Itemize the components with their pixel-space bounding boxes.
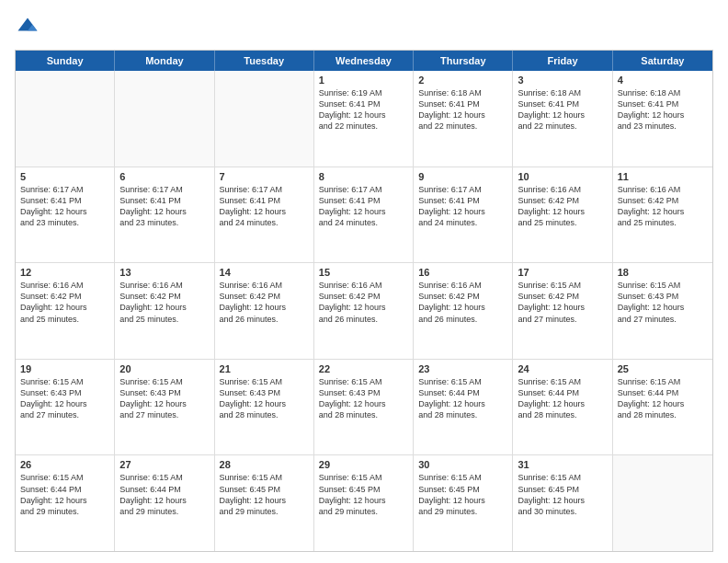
cell-line-19-3: and 27 minutes. [20,409,109,420]
cell-line-27-2: Daylight: 12 hours [119,495,209,506]
cell-line-12-0: Sunrise: 6:16 AM [20,280,109,291]
day-number-5: 5 [20,171,109,182]
calendar: SundayMondayTuesdayWednesdayThursdayFrid… [15,50,713,552]
calendar-body: 1Sunrise: 6:19 AMSunset: 6:41 PMDaylight… [16,71,712,551]
cell-line-7-1: Sunset: 6:41 PM [220,195,309,206]
cell-line-31-1: Sunset: 6:45 PM [518,484,607,495]
day-number-24: 24 [518,363,607,374]
calendar-cell-14: 14Sunrise: 6:16 AMSunset: 6:42 PMDayligh… [215,263,314,359]
calendar-cell-26: 26Sunrise: 6:15 AMSunset: 6:44 PMDayligh… [16,455,115,551]
weekday-header-thursday: Thursday [414,51,513,71]
calendar-cell-13: 13Sunrise: 6:16 AMSunset: 6:42 PMDayligh… [115,263,214,359]
cell-line-19-2: Daylight: 12 hours [20,398,109,409]
cell-line-10-0: Sunrise: 6:16 AM [518,184,607,195]
cell-line-8-2: Daylight: 12 hours [319,206,408,217]
calendar-cell-5: 5Sunrise: 6:17 AMSunset: 6:41 PMDaylight… [16,167,115,263]
cell-line-14-2: Daylight: 12 hours [220,302,309,313]
calendar-cell-19: 19Sunrise: 6:15 AMSunset: 6:43 PMDayligh… [16,360,115,455]
cell-line-2-1: Sunset: 6:41 PM [418,98,507,109]
cell-line-1-2: Daylight: 12 hours [319,109,408,121]
day-number-18: 18 [618,267,708,278]
calendar-row-3: 19Sunrise: 6:15 AMSunset: 6:43 PMDayligh… [16,360,712,456]
calendar-cell-7: 7Sunrise: 6:17 AMSunset: 6:41 PMDaylight… [215,167,314,263]
cell-line-3-3: and 22 minutes. [518,121,607,132]
cell-line-20-0: Sunrise: 6:15 AM [119,376,209,387]
day-number-12: 12 [20,267,109,278]
calendar-row-2: 12Sunrise: 6:16 AMSunset: 6:42 PMDayligh… [16,263,712,360]
cell-line-23-0: Sunrise: 6:15 AM [418,376,507,387]
cell-line-20-2: Daylight: 12 hours [119,398,209,409]
calendar-cell-24: 24Sunrise: 6:15 AMSunset: 6:44 PMDayligh… [513,360,612,455]
cell-line-5-3: and 23 minutes. [20,217,109,228]
calendar-cell-11: 11Sunrise: 6:16 AMSunset: 6:42 PMDayligh… [613,167,712,263]
cell-line-21-0: Sunrise: 6:15 AM [220,376,309,387]
cell-line-22-3: and 28 minutes. [319,409,408,420]
cell-line-26-0: Sunrise: 6:15 AM [20,472,109,483]
cell-line-5-0: Sunrise: 6:17 AM [20,184,109,195]
cell-line-27-1: Sunset: 6:44 PM [119,484,209,495]
calendar-cell-6: 6Sunrise: 6:17 AMSunset: 6:41 PMDaylight… [115,167,214,263]
header [15,15,713,40]
page: SundayMondayTuesdayWednesdayThursdayFrid… [0,0,728,563]
calendar-cell-empty-4-6 [613,455,712,551]
cell-line-12-1: Sunset: 6:42 PM [20,291,109,302]
cell-line-14-3: and 26 minutes. [220,314,309,325]
cell-line-17-1: Sunset: 6:42 PM [518,291,607,302]
calendar-cell-27: 27Sunrise: 6:15 AMSunset: 6:44 PMDayligh… [115,455,214,551]
weekday-header-monday: Monday [115,51,214,71]
cell-line-22-1: Sunset: 6:43 PM [319,387,408,398]
cell-line-3-1: Sunset: 6:41 PM [518,98,607,109]
cell-line-10-2: Daylight: 12 hours [518,206,607,217]
calendar-cell-22: 22Sunrise: 6:15 AMSunset: 6:43 PMDayligh… [314,360,414,455]
day-number-19: 19 [20,363,109,374]
calendar-cell-15: 15Sunrise: 6:16 AMSunset: 6:42 PMDayligh… [314,263,414,359]
day-number-13: 13 [119,267,209,278]
cell-line-11-3: and 25 minutes. [618,217,708,228]
calendar-cell-23: 23Sunrise: 6:15 AMSunset: 6:44 PMDayligh… [414,360,513,455]
cell-line-8-3: and 24 minutes. [319,217,408,228]
cell-line-8-0: Sunrise: 6:17 AM [319,184,408,195]
day-number-31: 31 [518,459,607,470]
cell-line-1-0: Sunrise: 6:19 AM [319,87,408,98]
cell-line-2-2: Daylight: 12 hours [418,109,507,121]
calendar-cell-25: 25Sunrise: 6:15 AMSunset: 6:44 PMDayligh… [613,360,712,455]
cell-line-30-0: Sunrise: 6:15 AM [418,472,507,483]
calendar-cell-4: 4Sunrise: 6:18 AMSunset: 6:41 PMDaylight… [613,71,712,167]
cell-line-15-1: Sunset: 6:42 PM [319,291,408,302]
cell-line-4-1: Sunset: 6:41 PM [618,98,708,109]
day-number-20: 20 [119,363,209,374]
cell-line-25-2: Daylight: 12 hours [618,398,708,409]
cell-line-9-0: Sunrise: 6:17 AM [418,184,507,195]
cell-line-24-2: Daylight: 12 hours [518,398,607,409]
cell-line-6-0: Sunrise: 6:17 AM [119,184,209,195]
calendar-cell-30: 30Sunrise: 6:15 AMSunset: 6:45 PMDayligh… [414,455,513,551]
day-number-26: 26 [20,459,109,470]
day-number-25: 25 [618,363,708,374]
cell-line-26-2: Daylight: 12 hours [20,495,109,506]
cell-line-16-1: Sunset: 6:42 PM [418,291,507,302]
calendar-cell-18: 18Sunrise: 6:15 AMSunset: 6:43 PMDayligh… [613,263,712,359]
cell-line-17-2: Daylight: 12 hours [518,302,607,313]
calendar-cell-29: 29Sunrise: 6:15 AMSunset: 6:45 PMDayligh… [314,455,414,551]
cell-line-10-1: Sunset: 6:42 PM [518,195,607,206]
cell-line-3-2: Daylight: 12 hours [518,109,607,121]
cell-line-5-1: Sunset: 6:41 PM [20,195,109,206]
cell-line-16-2: Daylight: 12 hours [418,302,507,313]
cell-line-14-1: Sunset: 6:42 PM [220,291,309,302]
calendar-row-4: 26Sunrise: 6:15 AMSunset: 6:44 PMDayligh… [16,455,712,551]
calendar-cell-28: 28Sunrise: 6:15 AMSunset: 6:45 PMDayligh… [215,455,314,551]
cell-line-5-2: Daylight: 12 hours [20,206,109,217]
cell-line-6-2: Daylight: 12 hours [119,206,209,217]
cell-line-15-2: Daylight: 12 hours [319,302,408,313]
calendar-cell-16: 16Sunrise: 6:16 AMSunset: 6:42 PMDayligh… [414,263,513,359]
day-number-23: 23 [418,363,507,374]
cell-line-9-2: Daylight: 12 hours [418,206,507,217]
cell-line-29-1: Sunset: 6:45 PM [319,484,408,495]
cell-line-24-3: and 28 minutes. [518,409,607,420]
cell-line-24-0: Sunrise: 6:15 AM [518,376,607,387]
cell-line-18-0: Sunrise: 6:15 AM [618,280,708,291]
cell-line-10-3: and 25 minutes. [518,217,607,228]
cell-line-11-1: Sunset: 6:42 PM [618,195,708,206]
weekday-header-saturday: Saturday [613,51,712,71]
calendar-cell-31: 31Sunrise: 6:15 AMSunset: 6:45 PMDayligh… [513,455,612,551]
